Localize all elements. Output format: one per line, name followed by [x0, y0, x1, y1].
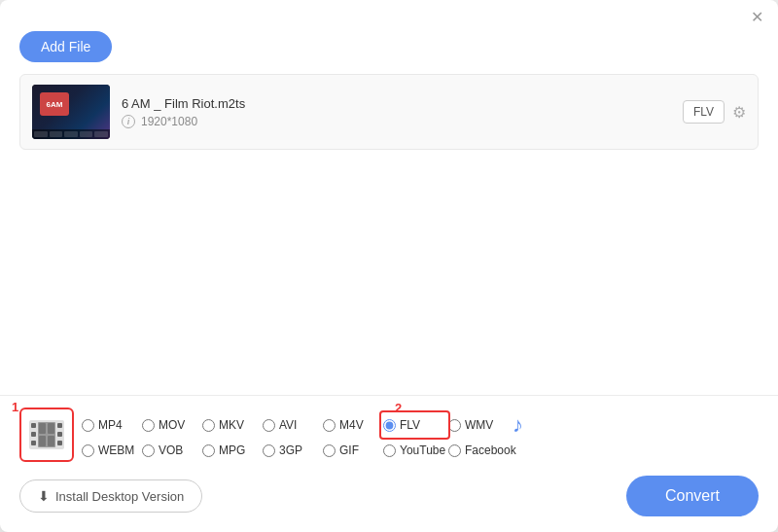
- format-label-mpg: MPG: [219, 443, 245, 457]
- radio-webm[interactable]: [82, 444, 94, 457]
- bottom-actions: ⬇ Install Desktop Version Convert: [19, 476, 759, 516]
- film-icon: [29, 420, 64, 449]
- format-option-wmv[interactable]: WMV: [448, 418, 507, 432]
- svg-rect-11: [48, 436, 54, 446]
- svg-rect-4: [57, 423, 62, 428]
- svg-rect-3: [31, 441, 36, 445]
- music-icon[interactable]: ♪: [513, 412, 523, 438]
- convert-button[interactable]: Convert: [626, 476, 759, 516]
- radio-mov[interactable]: [142, 419, 155, 432]
- svg-rect-5: [57, 432, 62, 437]
- radio-gif[interactable]: [323, 444, 336, 457]
- file-resolution: 1920*1080: [141, 115, 197, 128]
- radio-youtube[interactable]: [383, 444, 396, 457]
- format-label-gif: GIF: [339, 443, 359, 457]
- format-row-1: MP4 MOV MKV AVI: [82, 412, 759, 438]
- radio-flv[interactable]: [383, 419, 396, 432]
- format-option-mpg[interactable]: MPG: [202, 443, 261, 457]
- radio-facebook[interactable]: [448, 444, 461, 457]
- format-label-m4v: M4V: [339, 418, 364, 432]
- step2-label: 2: [395, 401, 402, 415]
- format-option-youtube[interactable]: YouTube: [383, 443, 446, 457]
- info-icon: i: [122, 115, 135, 128]
- main-window: ✕ Add File 6AM 6 AM _ Film Riot.m2ts i: [0, 0, 778, 532]
- radio-mpg[interactable]: [202, 444, 215, 457]
- svg-rect-10: [39, 436, 46, 446]
- format-option-webm[interactable]: WEBM: [82, 443, 140, 457]
- file-meta: i 1920*1080: [122, 115, 671, 128]
- format-label-avi: AVI: [279, 418, 297, 432]
- bottom-panel: 1: [0, 395, 778, 532]
- format-option-mov[interactable]: MOV: [142, 418, 200, 432]
- svg-rect-9: [48, 423, 54, 434]
- radio-mp4[interactable]: [82, 419, 94, 432]
- svg-rect-8: [39, 423, 46, 434]
- thumbnail-strip: [32, 129, 110, 139]
- svg-rect-2: [31, 432, 36, 437]
- settings-icon[interactable]: ⚙: [732, 103, 746, 122]
- format-label-facebook: Facebook: [465, 443, 516, 457]
- format-label-3gp: 3GP: [279, 443, 302, 457]
- add-file-button[interactable]: Add File: [19, 31, 112, 62]
- thumbnail-time: 6AM: [40, 92, 69, 116]
- radio-m4v[interactable]: [323, 419, 336, 432]
- format-option-3gp[interactable]: 3GP: [263, 443, 321, 457]
- format-badge[interactable]: FLV: [683, 100, 725, 124]
- format-label-mkv: MKV: [219, 418, 244, 432]
- format-option-gif[interactable]: GIF: [323, 443, 381, 457]
- format-label-webm: WEBM: [98, 443, 134, 457]
- format-option-mp4[interactable]: MP4: [82, 418, 140, 432]
- format-options-container: MP4 MOV MKV AVI: [82, 412, 759, 457]
- format-option-avi[interactable]: AVI: [263, 418, 321, 432]
- radio-mkv[interactable]: [202, 419, 215, 432]
- radio-avi[interactable]: [263, 419, 275, 432]
- format-label-mp4: MP4: [98, 418, 123, 432]
- download-icon: ⬇: [38, 488, 50, 504]
- radio-3gp[interactable]: [263, 444, 275, 457]
- file-name: 6 AM _ Film Riot.m2ts: [122, 96, 671, 111]
- format-option-m4v[interactable]: M4V: [323, 418, 381, 432]
- install-button-label: Install Desktop Version: [55, 489, 184, 504]
- close-button[interactable]: ✕: [749, 10, 764, 25]
- format-label-youtube: YouTube: [400, 443, 445, 457]
- step1-label: 1: [12, 400, 18, 414]
- toolbar: Add File: [0, 31, 778, 74]
- video-format-icon-box[interactable]: 1: [19, 408, 74, 462]
- radio-vob[interactable]: [142, 444, 155, 457]
- format-row-2: WEBM VOB MPG 3GP: [82, 443, 759, 457]
- file-actions: FLV ⚙: [683, 100, 746, 124]
- file-thumbnail: 6AM: [32, 85, 110, 139]
- svg-rect-1: [31, 423, 36, 428]
- format-option-flv[interactable]: 2 FLV: [383, 418, 446, 432]
- svg-rect-6: [57, 441, 62, 445]
- format-selector: 1: [19, 408, 759, 462]
- format-label-vob: VOB: [159, 443, 183, 457]
- format-option-facebook[interactable]: Facebook: [448, 443, 516, 457]
- format-option-mkv[interactable]: MKV: [202, 418, 261, 432]
- title-bar: ✕: [0, 0, 778, 31]
- file-info: 6 AM _ Film Riot.m2ts i 1920*1080: [122, 96, 671, 128]
- install-desktop-button[interactable]: ⬇ Install Desktop Version: [19, 479, 202, 513]
- format-option-vob[interactable]: VOB: [142, 443, 200, 457]
- radio-wmv[interactable]: [448, 419, 461, 432]
- format-label-wmv: WMV: [465, 418, 493, 432]
- format-label-flv: FLV: [400, 418, 420, 432]
- file-list-item: 6AM 6 AM _ Film Riot.m2ts i 1920*1080 FL…: [19, 74, 759, 150]
- format-label-mov: MOV: [159, 418, 185, 432]
